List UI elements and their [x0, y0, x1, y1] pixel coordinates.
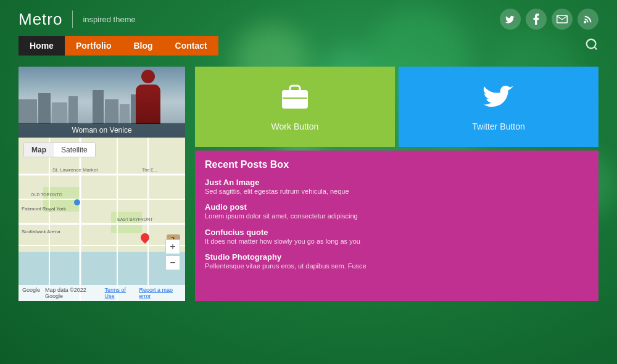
svg-line-2: [594, 47, 597, 49]
svg-rect-31: [283, 91, 307, 108]
svg-rect-7: [79, 105, 91, 124]
post-title-0[interactable]: Just An Image: [205, 178, 589, 187]
search-icon[interactable]: [585, 38, 598, 54]
nav-home[interactable]: Home: [19, 36, 65, 56]
svg-rect-5: [52, 102, 67, 124]
svg-text:Fairmont Royal York: Fairmont Royal York: [22, 206, 67, 212]
post-title-2[interactable]: Confucius quote: [205, 228, 589, 237]
svg-rect-14: [111, 212, 142, 233]
post-excerpt-3: Pellentesque vitae purus eros, ut dapibu…: [205, 262, 589, 271]
map-tab-satellite[interactable]: Satellite: [54, 143, 95, 157]
zoom-out-button[interactable]: −: [165, 255, 180, 270]
social-icons: [500, 9, 598, 30]
nav-bar: Home Portfolio Blog Contact: [0, 36, 617, 56]
post-item-0: Just An Image Sed sagittis, elit egestas…: [205, 178, 589, 196]
svg-rect-8: [93, 90, 104, 124]
post-excerpt-1: Lorem ipsum dolor sit amet, consectetur …: [205, 212, 589, 221]
twitter-button-label: Twitter Button: [472, 122, 525, 131]
recent-posts-title: Recent Posts Box: [205, 159, 589, 170]
svg-text:OLD TORONTO: OLD TORONTO: [31, 192, 63, 197]
post-item-2: Confucius quote It does not matter how s…: [205, 228, 589, 246]
svg-text:EAST BAYFRONT: EAST BAYFRONT: [117, 217, 153, 221]
image-caption: Woman on Venice: [19, 123, 185, 138]
logo-subtitle: inspired theme: [83, 15, 135, 24]
nav-portfolio[interactable]: Portfolio: [65, 36, 123, 56]
post-excerpt-0: Sed sagittis, elit egestas rutrum vehicu…: [205, 187, 589, 196]
svg-rect-9: [105, 99, 118, 124]
zoom-in-button[interactable]: +: [165, 239, 180, 254]
twitter-social-icon[interactable]: [500, 9, 521, 30]
image-tile: Woman on Venice: [19, 67, 185, 138]
email-social-icon[interactable]: [552, 9, 573, 30]
post-item-1: Audio post Lorem ipsum dolor sit amet, c…: [205, 202, 589, 221]
logo-text: Metro: [19, 10, 62, 29]
map-tab-map[interactable]: Map: [24, 143, 54, 157]
svg-text:The E...: The E...: [142, 168, 157, 172]
post-excerpt-2: It does not matter how slowly you go as …: [205, 237, 589, 246]
map-controls: + −: [165, 239, 180, 270]
work-button-label: Work Button: [271, 122, 319, 131]
svg-rect-6: [68, 96, 78, 124]
rss-social-icon[interactable]: [578, 9, 598, 30]
post-item-3: Studio Photography Pellentesque vitae pu…: [205, 252, 589, 271]
main-content: Woman on Venice: [0, 67, 617, 301]
svg-text:St. Lawrence Market: St. Lawrence Market: [52, 167, 98, 173]
svg-text:Scotiabank Arena: Scotiabank Arena: [22, 229, 60, 234]
post-title-1[interactable]: Audio post: [205, 202, 589, 212]
svg-point-0: [584, 21, 586, 23]
work-button-tile[interactable]: Work Button: [195, 67, 395, 147]
map-tile[interactable]: St. Lawrence Market OLD TORONTO Fairmont…: [19, 138, 185, 301]
terms-link[interactable]: Terms of Use: [105, 287, 135, 299]
header: Metro inspired theme: [0, 0, 617, 36]
map-footer: Google Map data ©2022 Google Terms of Us…: [19, 285, 185, 301]
svg-rect-3: [19, 99, 37, 124]
svg-rect-10: [120, 104, 130, 124]
post-title-3[interactable]: Studio Photography: [205, 252, 589, 262]
google-logo: Google: [22, 287, 40, 299]
map-data-text: Map data ©2022 Google: [45, 287, 100, 299]
nav-contact[interactable]: Contact: [164, 36, 218, 56]
nav-blog[interactable]: Blog: [122, 36, 164, 56]
twitter-bird-icon: [482, 82, 515, 117]
tiles-row: Work Button Twitter Button: [195, 67, 598, 147]
recent-posts-box: Recent Posts Box Just An Image Sed sagit…: [195, 151, 598, 301]
map-tabs: Map Satellite: [23, 143, 96, 157]
svg-point-29: [74, 199, 80, 205]
svg-point-1: [587, 39, 596, 48]
logo-divider: [72, 10, 73, 28]
report-link[interactable]: Report a map error: [139, 287, 181, 299]
logo-area: Metro inspired theme: [19, 10, 136, 29]
twitter-button-tile[interactable]: Twitter Button: [399, 67, 598, 147]
facebook-social-icon[interactable]: [526, 9, 547, 30]
left-column: Woman on Venice: [19, 67, 185, 301]
svg-rect-4: [38, 93, 51, 124]
briefcase-icon: [279, 82, 311, 117]
right-column: Work Button Twitter Button Recent Posts …: [195, 67, 598, 301]
